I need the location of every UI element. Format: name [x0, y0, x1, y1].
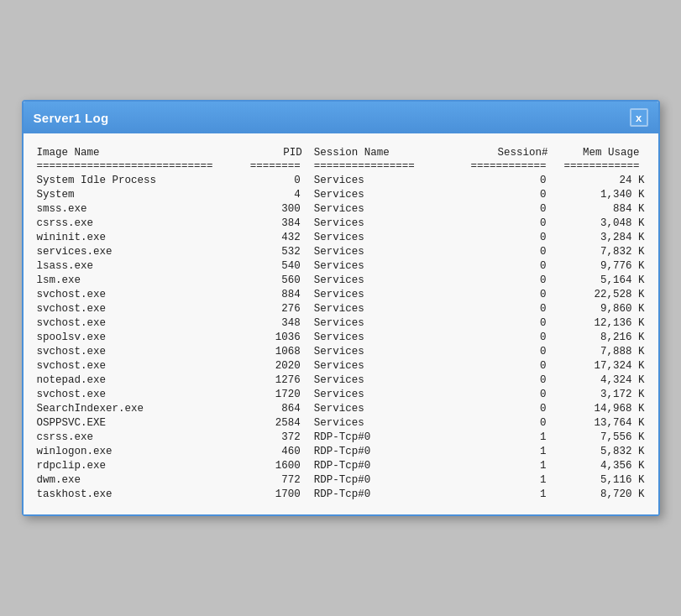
table-row: rdpclip.exe1600RDP-Tcp#014,356 K — [37, 458, 645, 472]
cell-pid: 300 — [243, 201, 307, 216]
separator-row: ============================ ======== ==… — [37, 159, 645, 173]
cell-image-name: svchost.exe — [37, 358, 243, 373]
cell-image-name: SearchIndexer.exe — [37, 401, 243, 415]
table-row: winlogon.exe460RDP-Tcp#015,832 K — [37, 444, 645, 458]
table-row: lsm.exe560Services05,164 K — [37, 273, 645, 287]
table-row: spoolsv.exe1036Services08,216 K — [37, 330, 645, 344]
cell-pid: 384 — [243, 216, 307, 230]
cell-session-num: 0 — [459, 287, 553, 301]
table-row: SearchIndexer.exe864Services014,968 K — [37, 401, 645, 415]
cell-pid: 1700 — [243, 487, 307, 501]
close-button[interactable]: x — [630, 108, 648, 127]
cell-mem-usage: 14,968 K — [553, 401, 645, 415]
cell-mem-usage: 5,116 K — [553, 472, 645, 487]
table-row: services.exe532Services07,832 K — [37, 244, 645, 258]
sep-image: ============================ — [37, 159, 243, 173]
cell-mem-usage: 3,048 K — [553, 216, 645, 230]
cell-session-num: 0 — [459, 316, 553, 330]
cell-mem-usage: 3,172 K — [553, 387, 645, 401]
cell-pid: 1036 — [243, 330, 307, 344]
cell-session-name: Services — [307, 344, 460, 358]
cell-mem-usage: 5,832 K — [553, 444, 645, 458]
cell-mem-usage: 24 K — [553, 173, 645, 187]
cell-pid: 532 — [243, 244, 307, 258]
table-row: dwm.exe772RDP-Tcp#015,116 K — [37, 472, 645, 487]
cell-session-name: Services — [307, 187, 460, 201]
cell-pid: 540 — [243, 258, 307, 273]
cell-image-name: dwm.exe — [37, 472, 243, 487]
cell-mem-usage: 7,832 K — [553, 244, 645, 258]
cell-session-name: Services — [307, 258, 460, 273]
header-session-name: Session Name — [307, 145, 460, 159]
cell-mem-usage: 17,324 K — [553, 358, 645, 373]
cell-pid: 4 — [243, 187, 307, 201]
cell-pid: 2584 — [243, 415, 307, 430]
cell-image-name: System — [37, 187, 243, 201]
cell-session-num: 0 — [459, 216, 553, 230]
table-row: OSPPSVC.EXE2584Services013,764 K — [37, 415, 645, 430]
cell-image-name: taskhost.exe — [37, 487, 243, 501]
table-row: svchost.exe884Services022,528 K — [37, 287, 645, 301]
window-title: Server1 Log — [34, 111, 109, 125]
cell-session-name: Services — [307, 301, 460, 316]
header-session-num: Session# — [459, 145, 553, 159]
cell-session-num: 0 — [459, 201, 553, 216]
cell-pid: 2020 — [243, 358, 307, 373]
sep-session: ================ — [307, 159, 460, 173]
table-row: csrss.exe372RDP-Tcp#017,556 K — [37, 430, 645, 444]
table-row: svchost.exe348Services012,136 K — [37, 316, 645, 330]
cell-mem-usage: 4,356 K — [553, 458, 645, 472]
cell-session-name: Services — [307, 173, 460, 187]
cell-session-name: Services — [307, 201, 460, 216]
cell-pid: 864 — [243, 401, 307, 415]
cell-mem-usage: 8,720 K — [553, 487, 645, 501]
process-table: Image Name PID Session Name Session# Mem… — [37, 145, 645, 501]
cell-image-name: svchost.exe — [37, 301, 243, 316]
cell-image-name: csrss.exe — [37, 216, 243, 230]
table-row: taskhost.exe1700RDP-Tcp#018,720 K — [37, 487, 645, 501]
cell-mem-usage: 12,136 K — [553, 316, 645, 330]
cell-session-num: 0 — [459, 344, 553, 358]
cell-image-name: winlogon.exe — [37, 444, 243, 458]
cell-mem-usage: 13,764 K — [553, 415, 645, 430]
cell-image-name: notepad.exe — [37, 373, 243, 387]
cell-session-num: 0 — [459, 373, 553, 387]
cell-mem-usage: 4,324 K — [553, 373, 645, 387]
cell-image-name: lsm.exe — [37, 273, 243, 287]
title-bar: Server1 Log x — [24, 102, 658, 133]
cell-session-num: 1 — [459, 458, 553, 472]
cell-image-name: svchost.exe — [37, 287, 243, 301]
cell-session-num: 0 — [459, 401, 553, 415]
cell-session-name: Services — [307, 316, 460, 330]
table-row: svchost.exe276Services09,860 K — [37, 301, 645, 316]
cell-pid: 884 — [243, 287, 307, 301]
table-row: svchost.exe2020Services017,324 K — [37, 358, 645, 373]
table-body: System Idle Process0Services024 KSystem4… — [37, 173, 645, 501]
cell-mem-usage: 884 K — [553, 201, 645, 216]
cell-pid: 372 — [243, 430, 307, 444]
cell-session-name: Services — [307, 273, 460, 287]
sep-pid: ======== — [243, 159, 307, 173]
cell-mem-usage: 7,556 K — [553, 430, 645, 444]
cell-mem-usage: 8,216 K — [553, 330, 645, 344]
cell-session-num: 1 — [459, 487, 553, 501]
cell-image-name: svchost.exe — [37, 387, 243, 401]
cell-session-name: RDP-Tcp#0 — [307, 487, 460, 501]
cell-session-name: Services — [307, 330, 460, 344]
cell-pid: 348 — [243, 316, 307, 330]
cell-mem-usage: 22,528 K — [553, 287, 645, 301]
cell-session-name: Services — [307, 373, 460, 387]
cell-image-name: System Idle Process — [37, 173, 243, 187]
cell-session-num: 0 — [459, 330, 553, 344]
cell-session-num: 0 — [459, 173, 553, 187]
cell-image-name: lsass.exe — [37, 258, 243, 273]
cell-image-name: services.exe — [37, 244, 243, 258]
header-pid: PID — [243, 145, 307, 159]
cell-mem-usage: 9,776 K — [553, 258, 645, 273]
cell-pid: 1276 — [243, 373, 307, 387]
cell-pid: 276 — [243, 301, 307, 316]
cell-session-num: 0 — [459, 258, 553, 273]
cell-session-num: 1 — [459, 430, 553, 444]
cell-session-num: 0 — [459, 244, 553, 258]
cell-session-num: 1 — [459, 444, 553, 458]
